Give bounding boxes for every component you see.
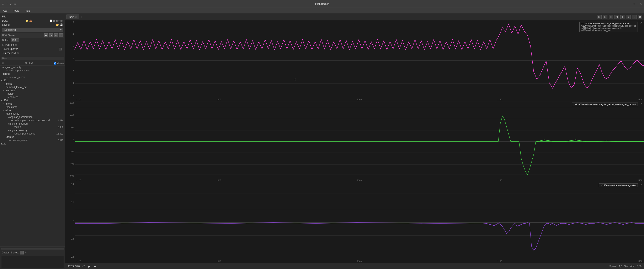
- file-row: File: [1, 14, 64, 19]
- list-item[interactable]: ▾ angular_acceleration: [0, 115, 65, 119]
- list-item[interactable]: — radian_per_second_per_second -11.224: [0, 119, 65, 122]
- menu-tools[interactable]: Tools: [12, 9, 20, 13]
- udp-start-button[interactable]: ▶: [44, 33, 48, 37]
- filter-input[interactable]: [1, 57, 64, 60]
- chart1-close-button[interactable]: ✕: [640, 21, 642, 24]
- list-item[interactable]: ▾ angular_velocity: [0, 66, 65, 69]
- loop-button[interactable]: ↺: [82, 264, 86, 269]
- list-item[interactable]: ▾ torque: [0, 72, 65, 75]
- delete-icon[interactable]: 🗑: [1, 62, 4, 65]
- menu-help[interactable]: Help: [24, 9, 31, 13]
- toolbar-close-icon[interactable]: ✕: [638, 15, 642, 19]
- step-value: 0,00: [637, 265, 642, 268]
- custom-series-box: [1, 256, 64, 268]
- toolbar-split-v-icon[interactable]: ▥: [609, 15, 613, 19]
- chart2-close-button[interactable]: ✕: [640, 102, 642, 105]
- custom-series-add-button[interactable]: +: [20, 251, 24, 255]
- data-export-icon[interactable]: 📤: [29, 19, 32, 22]
- buffer-input[interactable]: [10, 38, 19, 42]
- list-item[interactable]: timestamp: [0, 105, 65, 109]
- tab-add-button[interactable]: +: [80, 15, 82, 19]
- list-item[interactable]: ▾ kinematics: [0, 112, 65, 115]
- chart1-more: ...: [354, 21, 356, 24]
- csv-exporter-row[interactable]: CSV Exporter: [1, 47, 64, 51]
- udp-server-row: UDP Server ▶ ⏸ ⚙ ℹ: [1, 33, 64, 38]
- toolbar-table-icon[interactable]: ≡: [620, 15, 625, 19]
- list-item[interactable]: — radian 2.495: [0, 125, 65, 129]
- streaming-dropdown[interactable]: Streaming: [2, 28, 63, 32]
- udp-pause-button[interactable]: ⏸: [49, 33, 53, 37]
- titlebar: ⌂ ⌃ ✓ ☆ PlotJuggler − □ ✕: [0, 0, 644, 8]
- chart1-x-axis: 1120 1140 1160 1180 1200: [74, 98, 644, 101]
- chart1-tooltip-line1: =/1250/value/kinematics/angular_position…: [581, 22, 636, 25]
- list-item[interactable]: ▾ 1221: [0, 79, 65, 82]
- list-item[interactable]: ▾ heartbeat: [0, 89, 65, 92]
- window-controls[interactable]: − □ ✕: [627, 2, 642, 5]
- chart2-more: ...: [354, 102, 356, 105]
- arrow-icon: ▾: [3, 103, 4, 105]
- menu-app[interactable]: App: [2, 9, 8, 13]
- publishers-row[interactable]: ▶ Publishers: [1, 43, 64, 47]
- list-item[interactable]: — radian_per_second: [0, 69, 65, 72]
- right-panel: tab2 ✕ + ⊞ ▤ ▥ ⊡ ≡ ⚙ → ✕ ... ✕ =/12: [65, 14, 644, 269]
- layout-icons: 📂 💾: [56, 23, 63, 26]
- values-checkbox[interactable]: [54, 62, 56, 64]
- play-button[interactable]: ▶: [87, 264, 92, 269]
- chart2-x-axis: 1120 1140 1160 1180 1200: [74, 179, 644, 182]
- udp-info-icon[interactable]: ℹ: [59, 33, 63, 37]
- horizontal-scrollbar[interactable]: [1, 248, 64, 250]
- timeseries-row: Timeseries List: [1, 51, 64, 55]
- list-item[interactable]: demand_factor_pct: [0, 85, 65, 89]
- list-item[interactable]: — newton_meter: [0, 75, 65, 79]
- app-icon-4: ☆: [14, 2, 16, 5]
- list-item[interactable]: ▾ value: [0, 109, 65, 112]
- list-item[interactable]: ▾ angular_position: [0, 122, 65, 125]
- layout-open-icon[interactable]: 📂: [56, 23, 59, 26]
- list-item[interactable]: 1251: [0, 142, 65, 145]
- csv-exporter-label: CSV Exporter: [2, 47, 18, 50]
- toolbar-move-icon[interactable]: ⊞: [597, 15, 602, 19]
- add-prefix-label: add prefix: [53, 19, 63, 22]
- tab-tab2[interactable]: tab2 ✕: [66, 14, 79, 19]
- chart1-tooltip: =/1250/value/kinematics/angular_position…: [579, 21, 638, 32]
- list-item[interactable]: ▾ _meta_: [0, 82, 65, 85]
- toolbar-settings-icon[interactable]: ⚙: [626, 15, 631, 19]
- toolbar-split-h-icon[interactable]: ▤: [603, 15, 608, 19]
- titlebar-icon-group: ⌂ ⌃ ✓ ☆: [2, 2, 16, 5]
- list-item-health[interactable]: health: [0, 92, 65, 95]
- custom-series-label: Custom Series:: [2, 251, 19, 254]
- streaming-row: Streaming: [1, 27, 64, 33]
- list-item[interactable]: ▾ 1250: [0, 99, 65, 102]
- udp-settings-icon[interactable]: ⚙: [54, 33, 58, 37]
- arrow-icon: ▾: [3, 89, 4, 92]
- arrow-icon: ▾: [1, 99, 2, 102]
- data-import-icon[interactable]: 📁: [25, 19, 28, 22]
- csv-exporter-checkbox[interactable]: [59, 48, 62, 50]
- list-item[interactable]: ▾ angular_velocity: [0, 129, 65, 132]
- toolbar-link-icon[interactable]: →: [632, 15, 636, 19]
- buffer-row: Buffer:: [1, 38, 64, 43]
- chart3-svg: [65, 182, 644, 263]
- custom-series-edit-button[interactable]: ✏: [25, 251, 29, 255]
- minimize-button[interactable]: −: [627, 2, 628, 5]
- data-label: Data:: [2, 19, 8, 22]
- list-item[interactable]: ▾ torque: [0, 135, 65, 139]
- timeseries-label: Timeseries List: [2, 52, 19, 55]
- chart3-close-button[interactable]: ✕: [640, 183, 642, 186]
- tab-bar: tab2 ✕ + ⊞ ▤ ▥ ⊡ ≡ ⚙ → ✕: [65, 14, 644, 20]
- menubar: App Tools Help: [0, 8, 644, 14]
- list-item[interactable]: — newton_meter 0.015: [0, 139, 65, 142]
- toolbar-grid-icon[interactable]: ⊡: [614, 15, 619, 19]
- tree-values-check[interactable]: Values: [54, 62, 64, 64]
- list-item[interactable]: ▾ _meta_: [0, 102, 65, 105]
- list-item[interactable]: — radian_per_second 16.022: [0, 132, 65, 135]
- list-item-readiness[interactable]: readiness: [0, 95, 65, 99]
- window-title: PlotJuggler: [315, 2, 329, 5]
- tab-close-button[interactable]: ✕: [75, 16, 77, 18]
- step-button[interactable]: ⏭: [93, 264, 97, 269]
- maximize-button[interactable]: □: [633, 2, 635, 5]
- layout-save-icon[interactable]: 💾: [60, 23, 63, 26]
- add-prefix-checkbox[interactable]: add prefix: [50, 19, 63, 22]
- layout-label: Layout:: [2, 23, 10, 26]
- close-button[interactable]: ✕: [640, 2, 642, 5]
